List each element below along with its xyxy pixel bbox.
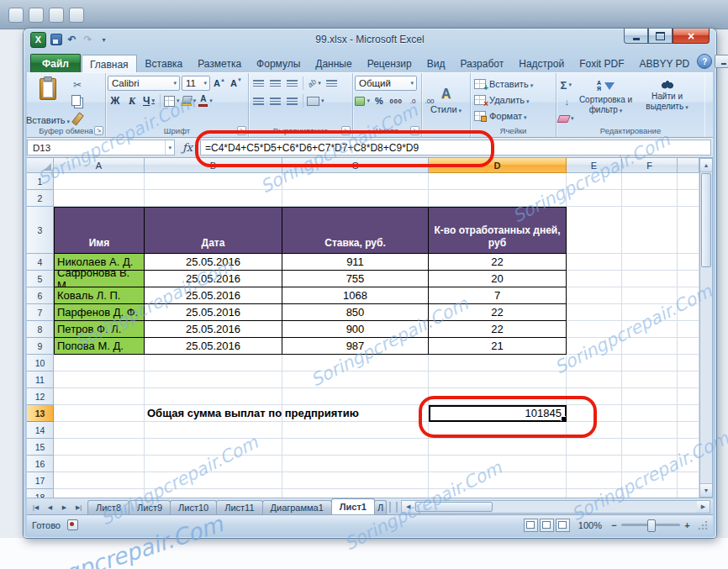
cell-F10[interactable] — [622, 355, 678, 371]
cell-D12[interactable] — [429, 388, 567, 405]
cell-A11[interactable] — [54, 371, 145, 388]
cell-A16[interactable] — [54, 456, 145, 472]
format-painter-button[interactable] — [70, 111, 85, 126]
cell-E15[interactable] — [567, 439, 622, 456]
name-box[interactable]: D13▾ — [27, 140, 175, 155]
row-header-14[interactable]: 14 — [27, 422, 54, 439]
scrollbar-thumb[interactable] — [415, 502, 493, 512]
cell-D2[interactable] — [429, 190, 567, 207]
cell-F13[interactable] — [622, 405, 678, 422]
cell-C11[interactable] — [282, 371, 429, 388]
cell-E2[interactable] — [567, 190, 622, 207]
cell-E8[interactable] — [567, 321, 622, 338]
cell-C17[interactable] — [282, 472, 429, 489]
row-header-4[interactable]: 4 — [27, 254, 54, 271]
next-sheet-button[interactable] — [57, 500, 71, 514]
cell-D8[interactable]: 22 — [429, 321, 567, 338]
sheet-tab-Л[interactable]: Л — [374, 500, 387, 514]
zoom-in-button[interactable] — [682, 520, 693, 530]
cell-A10[interactable] — [54, 355, 145, 371]
cell-E4[interactable] — [567, 254, 622, 271]
cell-F8[interactable] — [622, 321, 678, 338]
scrollbar-thumb[interactable] — [701, 173, 711, 267]
tab-ABBYY PD[interactable]: ABBYY PD — [631, 55, 697, 72]
cell-G14[interactable] — [678, 422, 699, 439]
cell-B8[interactable]: 25.05.2016 — [145, 321, 282, 338]
cell-A13[interactable] — [54, 405, 145, 422]
cell-G9[interactable] — [678, 338, 699, 355]
cell-G12[interactable] — [678, 388, 699, 405]
grow-font-button[interactable]: А▲ — [212, 76, 227, 91]
cell-B3[interactable]: Дата — [145, 207, 282, 254]
cell-F12[interactable] — [622, 388, 678, 405]
cell-D18[interactable] — [429, 489, 567, 498]
cell-D1[interactable] — [429, 173, 567, 190]
cell-G3[interactable] — [678, 207, 699, 254]
cell-E10[interactable] — [567, 355, 622, 371]
align-right-button[interactable] — [284, 93, 299, 108]
align-top-button[interactable] — [251, 76, 266, 91]
cell-D10[interactable] — [429, 355, 567, 371]
close-button[interactable] — [673, 29, 710, 44]
cell-B11[interactable] — [145, 371, 282, 388]
tab-splitter-handle[interactable] — [389, 502, 398, 513]
row-header-11[interactable]: 11 — [27, 371, 54, 388]
cell-D14[interactable] — [429, 422, 567, 439]
previous-sheet-button[interactable] — [43, 500, 57, 514]
cell-F2[interactable] — [622, 190, 678, 207]
cell-G16[interactable] — [678, 456, 699, 472]
row-header-1[interactable]: 1 — [27, 173, 54, 190]
tab-Данные[interactable]: Данные — [308, 55, 359, 72]
cell-A4[interactable]: Николаев А. Д. — [54, 254, 145, 271]
percent-style-button[interactable]: % — [372, 93, 387, 108]
cell-C10[interactable] — [282, 355, 429, 371]
number-dialog-launcher[interactable] — [410, 126, 419, 135]
cell-G5[interactable] — [678, 271, 699, 287]
row-header-6[interactable]: 6 — [27, 287, 54, 304]
sort-filter-button[interactable]: АЯ Сортировка и фильтр — [577, 76, 636, 125]
cell-C2[interactable] — [282, 190, 429, 207]
resize-grip[interactable] — [698, 520, 708, 530]
number-format-select[interactable]: Общий▾ — [355, 76, 417, 91]
cell-E9[interactable] — [567, 338, 622, 355]
cell-C15[interactable] — [282, 439, 429, 456]
cell-A18[interactable] — [54, 489, 145, 498]
cell-G18[interactable] — [678, 489, 699, 498]
row-header-8[interactable]: 8 — [27, 321, 54, 338]
cell-A2[interactable] — [54, 190, 145, 207]
row-header-17[interactable]: 17 — [27, 472, 54, 489]
wrap-text-button[interactable] — [324, 76, 339, 91]
column-header-partial[interactable] — [678, 158, 699, 173]
cell-E16[interactable] — [567, 456, 622, 472]
workbook-minimize-button[interactable] — [715, 55, 728, 68]
format-cells-button[interactable]: Формат — [472, 108, 554, 123]
underline-button[interactable]: Ч — [141, 93, 156, 108]
bold-button[interactable]: Ж — [108, 93, 123, 108]
vertical-scrollbar[interactable] — [699, 158, 713, 498]
cell-G15[interactable] — [678, 439, 699, 456]
tab-Вставка[interactable]: Вставка — [138, 55, 191, 72]
row-header-15[interactable]: 15 — [27, 439, 54, 456]
orientation-button[interactable] — [307, 76, 322, 91]
sheet-tab-Лист11[interactable]: Лист11 — [216, 500, 262, 514]
select-all-corner[interactable] — [27, 158, 54, 173]
align-left-button[interactable] — [251, 93, 266, 108]
sheet-tab-Лист8[interactable]: Лист8 — [87, 500, 129, 514]
cell-F18[interactable] — [622, 489, 678, 498]
zoom-slider-thumb[interactable] — [647, 519, 656, 532]
delete-cells-button[interactable]: Удалить — [472, 92, 554, 107]
cell-E12[interactable] — [567, 388, 622, 405]
tab-file[interactable]: Файл — [30, 54, 81, 72]
cell-F15[interactable] — [622, 439, 678, 456]
tab-Вид[interactable]: Вид — [419, 55, 453, 72]
column-header-F[interactable]: F — [622, 158, 678, 173]
sheet-tab-Лист10[interactable]: Лист10 — [170, 500, 217, 514]
fill-color-button[interactable] — [182, 93, 197, 108]
qat-customize-button[interactable] — [98, 34, 110, 46]
cell-B16[interactable] — [145, 456, 282, 472]
cell-E13[interactable] — [567, 405, 622, 422]
cell-C12[interactable] — [282, 388, 429, 405]
font-color-button[interactable]: А — [198, 93, 214, 108]
merge-center-button[interactable] — [307, 93, 324, 108]
cell-G7[interactable] — [678, 304, 699, 321]
